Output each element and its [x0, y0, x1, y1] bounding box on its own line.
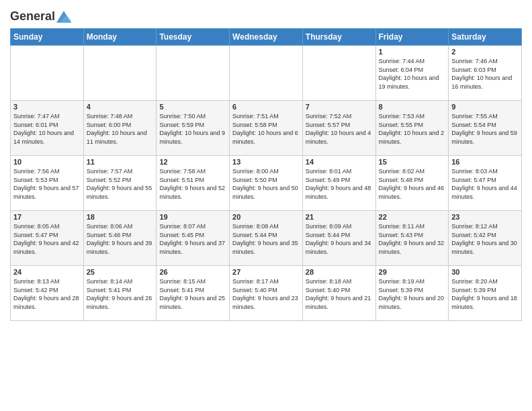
- day-info: Sunrise: 7:52 AM Sunset: 5:57 PM Dayligh…: [306, 112, 373, 146]
- day-number: 2: [451, 48, 519, 56]
- day-cell: 12Sunrise: 7:58 AM Sunset: 5:51 PM Dayli…: [157, 156, 230, 211]
- day-info: Sunrise: 8:00 AM Sunset: 5:50 PM Dayligh…: [232, 167, 300, 201]
- day-cell: 24Sunrise: 8:13 AM Sunset: 5:42 PM Dayli…: [11, 266, 84, 321]
- day-cell: 20Sunrise: 8:08 AM Sunset: 5:44 PM Dayli…: [230, 211, 303, 266]
- week-row-4: 17Sunrise: 8:05 AM Sunset: 5:47 PM Dayli…: [11, 211, 522, 266]
- day-number: 17: [13, 213, 81, 221]
- weekday-friday: Friday: [375, 29, 449, 46]
- day-number: 16: [451, 158, 519, 166]
- day-cell: 9Sunrise: 7:55 AM Sunset: 5:54 PM Daylig…: [449, 101, 522, 156]
- day-number: 23: [451, 213, 519, 221]
- day-number: 5: [159, 103, 226, 111]
- day-cell: 30Sunrise: 8:20 AM Sunset: 5:39 PM Dayli…: [449, 266, 522, 321]
- day-number: 18: [87, 213, 154, 221]
- day-number: 24: [13, 268, 81, 276]
- day-number: 13: [232, 158, 300, 166]
- weekday-wednesday: Wednesday: [230, 29, 303, 46]
- day-number: 11: [87, 158, 154, 166]
- page-container: General SundayMondayTuesdayWednesdayThur…: [0, 0, 532, 411]
- day-number: 12: [159, 158, 226, 166]
- day-number: 6: [232, 103, 300, 111]
- day-info: Sunrise: 7:57 AM Sunset: 5:52 PM Dayligh…: [87, 167, 154, 201]
- week-row-1: 1Sunrise: 7:44 AM Sunset: 6:04 PM Daylig…: [11, 46, 522, 101]
- day-info: Sunrise: 7:58 AM Sunset: 5:51 PM Dayligh…: [159, 167, 226, 201]
- day-info: Sunrise: 8:17 AM Sunset: 5:40 PM Dayligh…: [232, 277, 300, 311]
- day-info: Sunrise: 8:13 AM Sunset: 5:42 PM Dayligh…: [13, 277, 81, 311]
- weekday-saturday: Saturday: [449, 29, 522, 46]
- day-cell: 14Sunrise: 8:01 AM Sunset: 5:49 PM Dayli…: [302, 156, 375, 211]
- day-cell: [157, 46, 230, 101]
- day-cell: 1Sunrise: 7:44 AM Sunset: 6:04 PM Daylig…: [375, 46, 449, 101]
- weekday-tuesday: Tuesday: [157, 29, 230, 46]
- day-info: Sunrise: 8:03 AM Sunset: 5:47 PM Dayligh…: [451, 167, 519, 201]
- day-cell: [11, 46, 84, 101]
- weekday-sunday: Sunday: [11, 29, 84, 46]
- day-info: Sunrise: 8:01 AM Sunset: 5:49 PM Dayligh…: [306, 167, 373, 201]
- day-cell: 23Sunrise: 8:12 AM Sunset: 5:42 PM Dayli…: [449, 211, 522, 266]
- day-cell: [230, 46, 303, 101]
- day-cell: 13Sunrise: 8:00 AM Sunset: 5:50 PM Dayli…: [230, 156, 303, 211]
- day-info: Sunrise: 8:15 AM Sunset: 5:41 PM Dayligh…: [159, 277, 226, 311]
- logo: General: [10, 9, 71, 24]
- day-cell: 11Sunrise: 7:57 AM Sunset: 5:52 PM Dayli…: [83, 156, 157, 211]
- day-info: Sunrise: 8:12 AM Sunset: 5:42 PM Dayligh…: [451, 222, 519, 256]
- day-cell: 5Sunrise: 7:50 AM Sunset: 5:59 PM Daylig…: [157, 101, 230, 156]
- day-cell: 8Sunrise: 7:53 AM Sunset: 5:55 PM Daylig…: [375, 101, 449, 156]
- day-number: 3: [13, 103, 81, 111]
- day-info: Sunrise: 8:09 AM Sunset: 5:44 PM Dayligh…: [306, 222, 373, 256]
- week-row-2: 3Sunrise: 7:47 AM Sunset: 6:01 PM Daylig…: [11, 101, 522, 156]
- day-cell: 29Sunrise: 8:19 AM Sunset: 5:39 PM Dayli…: [375, 266, 449, 321]
- day-info: Sunrise: 8:08 AM Sunset: 5:44 PM Dayligh…: [232, 222, 300, 256]
- day-number: 21: [306, 213, 373, 221]
- day-info: Sunrise: 7:47 AM Sunset: 6:01 PM Dayligh…: [13, 112, 81, 146]
- day-cell: 7Sunrise: 7:52 AM Sunset: 5:57 PM Daylig…: [302, 101, 375, 156]
- day-number: 25: [87, 268, 154, 276]
- day-cell: [302, 46, 375, 101]
- header: General: [10, 7, 522, 24]
- day-info: Sunrise: 8:14 AM Sunset: 5:41 PM Dayligh…: [87, 277, 154, 311]
- day-number: 1: [379, 48, 446, 56]
- day-number: 9: [451, 103, 519, 111]
- day-number: 22: [379, 213, 446, 221]
- day-number: 10: [13, 158, 81, 166]
- day-info: Sunrise: 8:20 AM Sunset: 5:39 PM Dayligh…: [451, 277, 519, 311]
- day-cell: 26Sunrise: 8:15 AM Sunset: 5:41 PM Dayli…: [157, 266, 230, 321]
- day-cell: 4Sunrise: 7:48 AM Sunset: 6:00 PM Daylig…: [83, 101, 157, 156]
- day-info: Sunrise: 8:11 AM Sunset: 5:43 PM Dayligh…: [379, 222, 446, 256]
- day-cell: 15Sunrise: 8:02 AM Sunset: 5:48 PM Dayli…: [375, 156, 449, 211]
- day-info: Sunrise: 8:19 AM Sunset: 5:39 PM Dayligh…: [379, 277, 446, 311]
- logo-text: General: [10, 10, 55, 24]
- day-number: 15: [379, 158, 446, 166]
- day-cell: 27Sunrise: 8:17 AM Sunset: 5:40 PM Dayli…: [230, 266, 303, 321]
- day-info: Sunrise: 8:05 AM Sunset: 5:47 PM Dayligh…: [13, 222, 81, 256]
- weekday-monday: Monday: [83, 29, 157, 46]
- day-info: Sunrise: 7:55 AM Sunset: 5:54 PM Dayligh…: [451, 112, 519, 146]
- day-cell: 25Sunrise: 8:14 AM Sunset: 5:41 PM Dayli…: [83, 266, 157, 321]
- day-info: Sunrise: 8:06 AM Sunset: 5:46 PM Dayligh…: [87, 222, 154, 256]
- day-number: 19: [159, 213, 226, 221]
- day-info: Sunrise: 8:18 AM Sunset: 5:40 PM Dayligh…: [306, 277, 373, 311]
- day-cell: 10Sunrise: 7:56 AM Sunset: 5:53 PM Dayli…: [11, 156, 84, 211]
- day-number: 4: [87, 103, 154, 111]
- day-cell: 18Sunrise: 8:06 AM Sunset: 5:46 PM Dayli…: [83, 211, 157, 266]
- day-cell: 16Sunrise: 8:03 AM Sunset: 5:47 PM Dayli…: [449, 156, 522, 211]
- day-info: Sunrise: 7:50 AM Sunset: 5:59 PM Dayligh…: [159, 112, 226, 146]
- day-number: 26: [159, 268, 226, 276]
- day-cell: 28Sunrise: 8:18 AM Sunset: 5:40 PM Dayli…: [302, 266, 375, 321]
- day-number: 30: [451, 268, 519, 276]
- day-info: Sunrise: 7:44 AM Sunset: 6:04 PM Dayligh…: [379, 57, 446, 91]
- day-number: 20: [232, 213, 300, 221]
- day-info: Sunrise: 8:07 AM Sunset: 5:45 PM Dayligh…: [159, 222, 226, 256]
- week-row-3: 10Sunrise: 7:56 AM Sunset: 5:53 PM Dayli…: [11, 156, 522, 211]
- calendar: SundayMondayTuesdayWednesdayThursdayFrid…: [10, 28, 522, 321]
- weekday-header-row: SundayMondayTuesdayWednesdayThursdayFrid…: [11, 29, 522, 46]
- day-cell: 3Sunrise: 7:47 AM Sunset: 6:01 PM Daylig…: [11, 101, 84, 156]
- day-number: 7: [306, 103, 373, 111]
- day-cell: 2Sunrise: 7:46 AM Sunset: 6:03 PM Daylig…: [449, 46, 522, 101]
- day-info: Sunrise: 7:53 AM Sunset: 5:55 PM Dayligh…: [379, 112, 446, 146]
- day-number: 27: [232, 268, 300, 276]
- logo-icon: [56, 9, 71, 24]
- day-cell: 21Sunrise: 8:09 AM Sunset: 5:44 PM Dayli…: [302, 211, 375, 266]
- day-cell: 19Sunrise: 8:07 AM Sunset: 5:45 PM Dayli…: [157, 211, 230, 266]
- day-cell: 22Sunrise: 8:11 AM Sunset: 5:43 PM Dayli…: [375, 211, 449, 266]
